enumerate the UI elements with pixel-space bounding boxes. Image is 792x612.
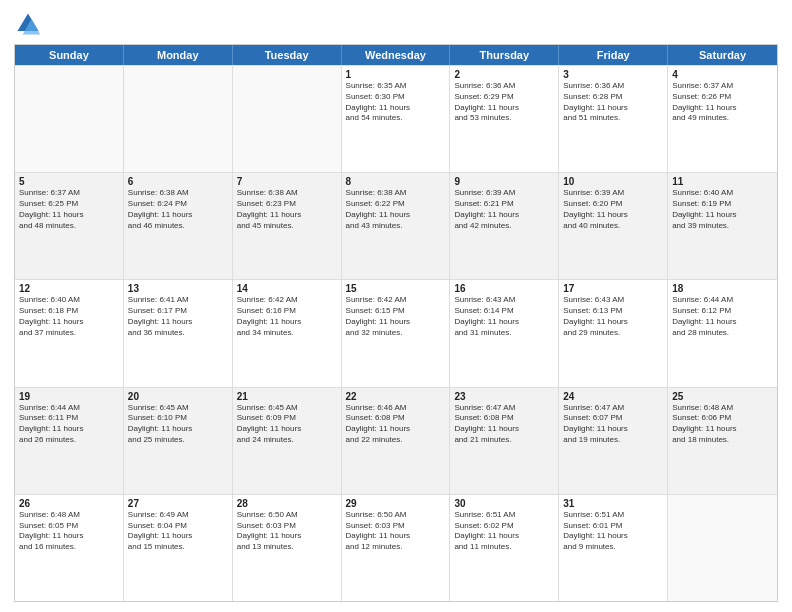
calendar-cell: 27Sunrise: 6:49 AM Sunset: 6:04 PM Dayli… <box>124 495 233 601</box>
day-number: 1 <box>346 69 446 80</box>
calendar-cell: 6Sunrise: 6:38 AM Sunset: 6:24 PM Daylig… <box>124 173 233 279</box>
calendar-cell: 11Sunrise: 6:40 AM Sunset: 6:19 PM Dayli… <box>668 173 777 279</box>
calendar-row: 1Sunrise: 6:35 AM Sunset: 6:30 PM Daylig… <box>15 65 777 172</box>
day-info: Sunrise: 6:47 AM Sunset: 6:07 PM Dayligh… <box>563 403 663 446</box>
weekday-header: Wednesday <box>342 45 451 65</box>
day-info: Sunrise: 6:39 AM Sunset: 6:21 PM Dayligh… <box>454 188 554 231</box>
day-info: Sunrise: 6:50 AM Sunset: 6:03 PM Dayligh… <box>237 510 337 553</box>
calendar-cell <box>15 66 124 172</box>
day-info: Sunrise: 6:35 AM Sunset: 6:30 PM Dayligh… <box>346 81 446 124</box>
day-number: 3 <box>563 69 663 80</box>
day-number: 14 <box>237 283 337 294</box>
day-info: Sunrise: 6:42 AM Sunset: 6:16 PM Dayligh… <box>237 295 337 338</box>
logo-icon <box>14 10 42 38</box>
day-info: Sunrise: 6:46 AM Sunset: 6:08 PM Dayligh… <box>346 403 446 446</box>
calendar-cell: 16Sunrise: 6:43 AM Sunset: 6:14 PM Dayli… <box>450 280 559 386</box>
day-number: 6 <box>128 176 228 187</box>
day-info: Sunrise: 6:47 AM Sunset: 6:08 PM Dayligh… <box>454 403 554 446</box>
calendar-cell <box>124 66 233 172</box>
calendar-cell: 14Sunrise: 6:42 AM Sunset: 6:16 PM Dayli… <box>233 280 342 386</box>
weekday-header: Saturday <box>668 45 777 65</box>
calendar-row: 26Sunrise: 6:48 AM Sunset: 6:05 PM Dayli… <box>15 494 777 601</box>
calendar-row: 5Sunrise: 6:37 AM Sunset: 6:25 PM Daylig… <box>15 172 777 279</box>
day-number: 23 <box>454 391 554 402</box>
calendar-cell: 10Sunrise: 6:39 AM Sunset: 6:20 PM Dayli… <box>559 173 668 279</box>
weekday-header: Monday <box>124 45 233 65</box>
day-number: 27 <box>128 498 228 509</box>
calendar-cell: 8Sunrise: 6:38 AM Sunset: 6:22 PM Daylig… <box>342 173 451 279</box>
day-number: 18 <box>672 283 773 294</box>
calendar-cell: 17Sunrise: 6:43 AM Sunset: 6:13 PM Dayli… <box>559 280 668 386</box>
calendar-cell: 20Sunrise: 6:45 AM Sunset: 6:10 PM Dayli… <box>124 388 233 494</box>
calendar-cell: 13Sunrise: 6:41 AM Sunset: 6:17 PM Dayli… <box>124 280 233 386</box>
day-number: 7 <box>237 176 337 187</box>
day-number: 4 <box>672 69 773 80</box>
calendar-cell: 9Sunrise: 6:39 AM Sunset: 6:21 PM Daylig… <box>450 173 559 279</box>
calendar-cell <box>668 495 777 601</box>
calendar-cell: 5Sunrise: 6:37 AM Sunset: 6:25 PM Daylig… <box>15 173 124 279</box>
day-info: Sunrise: 6:48 AM Sunset: 6:05 PM Dayligh… <box>19 510 119 553</box>
day-info: Sunrise: 6:39 AM Sunset: 6:20 PM Dayligh… <box>563 188 663 231</box>
day-number: 31 <box>563 498 663 509</box>
day-info: Sunrise: 6:42 AM Sunset: 6:15 PM Dayligh… <box>346 295 446 338</box>
day-number: 20 <box>128 391 228 402</box>
weekday-header: Friday <box>559 45 668 65</box>
logo <box>14 10 46 38</box>
day-info: Sunrise: 6:40 AM Sunset: 6:18 PM Dayligh… <box>19 295 119 338</box>
calendar: SundayMondayTuesdayWednesdayThursdayFrid… <box>14 44 778 602</box>
day-number: 28 <box>237 498 337 509</box>
weekday-header: Sunday <box>15 45 124 65</box>
day-info: Sunrise: 6:38 AM Sunset: 6:22 PM Dayligh… <box>346 188 446 231</box>
calendar-cell: 19Sunrise: 6:44 AM Sunset: 6:11 PM Dayli… <box>15 388 124 494</box>
day-number: 21 <box>237 391 337 402</box>
day-number: 2 <box>454 69 554 80</box>
calendar-cell: 21Sunrise: 6:45 AM Sunset: 6:09 PM Dayli… <box>233 388 342 494</box>
day-number: 25 <box>672 391 773 402</box>
day-info: Sunrise: 6:40 AM Sunset: 6:19 PM Dayligh… <box>672 188 773 231</box>
day-info: Sunrise: 6:51 AM Sunset: 6:01 PM Dayligh… <box>563 510 663 553</box>
weekday-header: Thursday <box>450 45 559 65</box>
weekday-header: Tuesday <box>233 45 342 65</box>
day-info: Sunrise: 6:43 AM Sunset: 6:14 PM Dayligh… <box>454 295 554 338</box>
calendar-cell: 3Sunrise: 6:36 AM Sunset: 6:28 PM Daylig… <box>559 66 668 172</box>
calendar-row: 12Sunrise: 6:40 AM Sunset: 6:18 PM Dayli… <box>15 279 777 386</box>
day-info: Sunrise: 6:43 AM Sunset: 6:13 PM Dayligh… <box>563 295 663 338</box>
day-info: Sunrise: 6:44 AM Sunset: 6:11 PM Dayligh… <box>19 403 119 446</box>
calendar-cell: 28Sunrise: 6:50 AM Sunset: 6:03 PM Dayli… <box>233 495 342 601</box>
calendar-cell <box>233 66 342 172</box>
day-number: 29 <box>346 498 446 509</box>
day-info: Sunrise: 6:36 AM Sunset: 6:28 PM Dayligh… <box>563 81 663 124</box>
calendar-cell: 31Sunrise: 6:51 AM Sunset: 6:01 PM Dayli… <box>559 495 668 601</box>
calendar-cell: 30Sunrise: 6:51 AM Sunset: 6:02 PM Dayli… <box>450 495 559 601</box>
calendar-cell: 15Sunrise: 6:42 AM Sunset: 6:15 PM Dayli… <box>342 280 451 386</box>
day-info: Sunrise: 6:36 AM Sunset: 6:29 PM Dayligh… <box>454 81 554 124</box>
page-header <box>14 10 778 38</box>
day-number: 24 <box>563 391 663 402</box>
calendar-row: 19Sunrise: 6:44 AM Sunset: 6:11 PM Dayli… <box>15 387 777 494</box>
calendar-cell: 12Sunrise: 6:40 AM Sunset: 6:18 PM Dayli… <box>15 280 124 386</box>
day-number: 26 <box>19 498 119 509</box>
calendar-cell: 1Sunrise: 6:35 AM Sunset: 6:30 PM Daylig… <box>342 66 451 172</box>
day-number: 19 <box>19 391 119 402</box>
calendar-cell: 23Sunrise: 6:47 AM Sunset: 6:08 PM Dayli… <box>450 388 559 494</box>
day-number: 16 <box>454 283 554 294</box>
calendar-cell: 18Sunrise: 6:44 AM Sunset: 6:12 PM Dayli… <box>668 280 777 386</box>
day-number: 5 <box>19 176 119 187</box>
calendar-cell: 22Sunrise: 6:46 AM Sunset: 6:08 PM Dayli… <box>342 388 451 494</box>
calendar-cell: 24Sunrise: 6:47 AM Sunset: 6:07 PM Dayli… <box>559 388 668 494</box>
day-info: Sunrise: 6:50 AM Sunset: 6:03 PM Dayligh… <box>346 510 446 553</box>
calendar-header: SundayMondayTuesdayWednesdayThursdayFrid… <box>15 45 777 65</box>
day-number: 17 <box>563 283 663 294</box>
day-info: Sunrise: 6:48 AM Sunset: 6:06 PM Dayligh… <box>672 403 773 446</box>
day-number: 30 <box>454 498 554 509</box>
day-info: Sunrise: 6:38 AM Sunset: 6:24 PM Dayligh… <box>128 188 228 231</box>
day-number: 9 <box>454 176 554 187</box>
day-info: Sunrise: 6:38 AM Sunset: 6:23 PM Dayligh… <box>237 188 337 231</box>
day-info: Sunrise: 6:45 AM Sunset: 6:09 PM Dayligh… <box>237 403 337 446</box>
day-number: 11 <box>672 176 773 187</box>
calendar-body: 1Sunrise: 6:35 AM Sunset: 6:30 PM Daylig… <box>15 65 777 601</box>
day-number: 15 <box>346 283 446 294</box>
day-info: Sunrise: 6:44 AM Sunset: 6:12 PM Dayligh… <box>672 295 773 338</box>
day-info: Sunrise: 6:41 AM Sunset: 6:17 PM Dayligh… <box>128 295 228 338</box>
calendar-cell: 25Sunrise: 6:48 AM Sunset: 6:06 PM Dayli… <box>668 388 777 494</box>
